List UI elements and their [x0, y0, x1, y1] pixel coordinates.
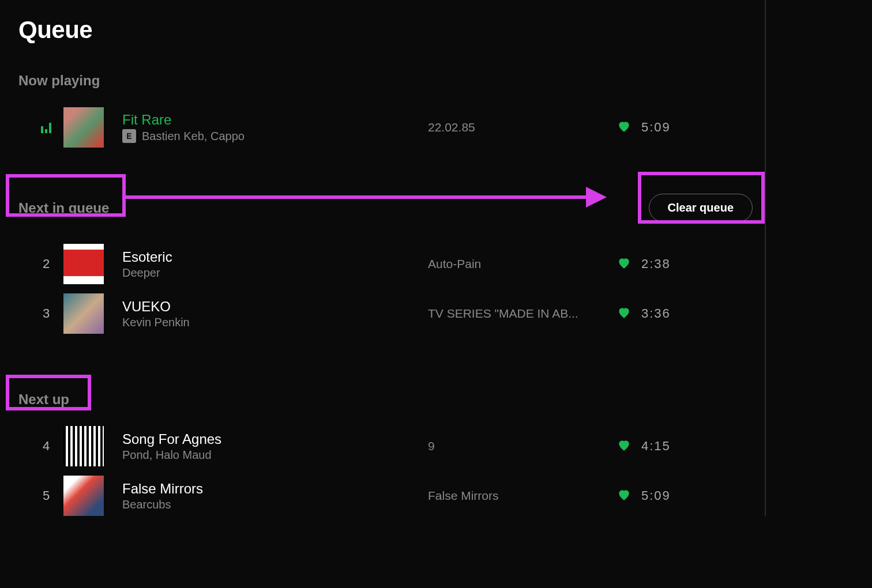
track-number: 4: [29, 439, 63, 454]
track-artist[interactable]: Pond, Halo Maud: [122, 448, 212, 462]
track-album[interactable]: 9: [428, 439, 607, 453]
like-button[interactable]: [607, 305, 641, 322]
track-number: 5: [29, 488, 63, 503]
album-art[interactable]: [63, 293, 104, 334]
like-button[interactable]: [607, 255, 641, 273]
next-up-label: Next up: [0, 391, 765, 408]
next-in-queue-label: Next in queue: [0, 200, 109, 216]
heart-icon: [617, 119, 632, 134]
like-button[interactable]: [607, 119, 641, 136]
track-artist[interactable]: Deeper: [122, 266, 160, 280]
heart-icon: [617, 305, 632, 320]
track-album[interactable]: Auto-Pain: [428, 257, 607, 271]
track-duration: 2:38: [641, 257, 693, 272]
track-album[interactable]: 22.02.85: [428, 120, 607, 134]
track-title[interactable]: Song For Agnes: [122, 431, 428, 447]
queue-track-row[interactable]: 3 VUEKO Kevin Penkin TV SERIES "MADE IN …: [0, 289, 765, 338]
track-duration: 5:09: [641, 488, 693, 503]
next-up-track-row[interactable]: 4 Song For Agnes Pond, Halo Maud 9 4:15: [0, 421, 765, 471]
now-playing-indicator: [29, 122, 63, 133]
track-artist[interactable]: Bearcubs: [122, 498, 171, 511]
album-art[interactable]: [63, 476, 104, 516]
track-duration: 4:15: [641, 439, 693, 454]
title-artist-cell: VUEKO Kevin Penkin: [122, 299, 428, 329]
now-playing-track-row[interactable]: Fit Rare E Bastien Keb, Cappo 22.02.85 5…: [0, 103, 765, 152]
track-album[interactable]: False Mirrors: [428, 489, 607, 503]
clear-queue-button[interactable]: Clear queue: [649, 194, 753, 222]
track-album[interactable]: TV SERIES "MADE IN AB...: [428, 307, 607, 321]
equalizer-icon: [29, 122, 63, 133]
track-duration: 5:09: [641, 120, 693, 135]
track-number: 3: [29, 306, 63, 321]
now-playing-label: Now playing: [0, 73, 765, 89]
title-artist-cell: Fit Rare E Bastien Keb, Cappo: [122, 112, 428, 143]
next-up-track-row[interactable]: 5 False Mirrors Bearcubs False Mirrors 5…: [0, 471, 765, 521]
title-artist-cell: False Mirrors Bearcubs: [122, 481, 428, 511]
track-title[interactable]: Esoteric: [122, 249, 428, 265]
track-artist[interactable]: Bastien Keb, Cappo: [142, 130, 245, 143]
track-title[interactable]: VUEKO: [122, 299, 428, 315]
track-title[interactable]: Fit Rare: [122, 112, 428, 128]
track-duration: 3:36: [641, 306, 693, 321]
track-title[interactable]: False Mirrors: [122, 481, 428, 497]
like-button[interactable]: [607, 438, 641, 455]
album-art[interactable]: [63, 107, 104, 148]
heart-icon: [617, 438, 632, 453]
title-artist-cell: Esoteric Deeper: [122, 249, 428, 280]
heart-icon: [617, 487, 632, 502]
next-in-queue-header: Next in queue Clear queue: [0, 194, 765, 222]
album-art[interactable]: [63, 426, 104, 466]
like-button[interactable]: [607, 487, 641, 504]
queue-track-row[interactable]: 2 Esoteric Deeper Auto-Pain 2:38: [0, 239, 765, 289]
page-title: Queue: [0, 0, 765, 44]
title-artist-cell: Song For Agnes Pond, Halo Maud: [122, 431, 428, 462]
heart-icon: [617, 255, 632, 270]
track-artist[interactable]: Kevin Penkin: [122, 316, 190, 329]
explicit-badge: E: [122, 129, 136, 143]
track-number: 2: [29, 257, 63, 272]
album-art[interactable]: [63, 244, 104, 284]
